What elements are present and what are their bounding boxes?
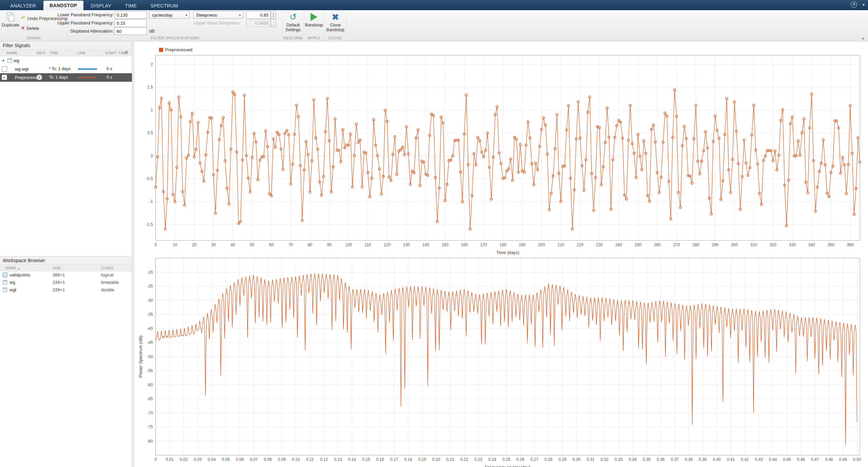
svg-text:320: 320 <box>770 242 776 247</box>
chevron-down-icon: ▾ <box>239 13 241 17</box>
disclosure-triangle-icon[interactable]: ▾ <box>2 56 4 65</box>
time-plot-svg[interactable]: 0102030405060708090100110120130140150160… <box>135 44 868 255</box>
bandstop-apply-button[interactable]: Bandstop <box>304 12 323 27</box>
variable-name: wg <box>9 279 15 286</box>
workspace-row-wgt[interactable]: wgt339×1double <box>0 286 132 294</box>
svg-text:0.07: 0.07 <box>250 457 258 462</box>
signal-row-wg.wgt[interactable]: wg.wgt* Ts: 1 days0 s <box>0 65 132 73</box>
duplicate-icon <box>7 12 14 22</box>
svg-text:0.24: 0.24 <box>488 457 496 462</box>
power-spectrum-ylabel: Power Spectrum (dB) <box>138 335 143 377</box>
toolstrip-tabbar: ANALYZERBANDSTOPDISPLAYTIMESPECTRUM ? ▾ <box>0 0 868 10</box>
svg-text:280: 280 <box>692 242 699 247</box>
svg-text:160: 160 <box>461 242 468 247</box>
steepness-value-input[interactable] <box>246 11 271 19</box>
help-icon[interactable]: ? <box>851 1 857 8</box>
svg-text:340: 340 <box>808 242 815 247</box>
frequency-units-select[interactable]: cycles/day ▾ <box>149 11 190 19</box>
svg-text:2: 2 <box>151 62 153 67</box>
ribbon-collapse-caret[interactable]: ▴ <box>862 36 864 40</box>
svg-text:0.43: 0.43 <box>755 457 763 462</box>
variable-size: 339×1 <box>53 279 65 286</box>
svg-text:360: 360 <box>847 242 854 247</box>
left-panel: Filter Signals ⚙ NAMEINFOTIMELINESTART T… <box>0 41 132 467</box>
tab-display[interactable]: DISPLAY <box>85 1 118 10</box>
svg-text:0.20: 0.20 <box>432 457 440 462</box>
logical-icon: ✓ <box>3 273 7 277</box>
ws-column-class: CLASS <box>101 265 113 271</box>
svg-text:230: 230 <box>596 242 603 247</box>
svg-text:0.13: 0.13 <box>334 457 342 462</box>
workspace-browser: Workspace Browser NAME▲SIZECLASS ✓validp… <box>0 256 132 294</box>
svg-text:100: 100 <box>345 242 352 247</box>
svg-text:0.47: 0.47 <box>811 457 819 462</box>
svg-text:0.44: 0.44 <box>769 457 777 462</box>
svg-text:150: 150 <box>442 242 449 247</box>
signal-checkbox[interactable]: ✓ <box>2 75 7 80</box>
signal-checkbox[interactable] <box>2 66 7 72</box>
chevron-down-icon[interactable]: ▾ <box>863 2 865 7</box>
time-series-xlabel: Time (days) <box>496 250 519 255</box>
tab-spectrum[interactable]: SPECTRUM <box>144 1 184 10</box>
svg-text:110: 110 <box>364 242 371 247</box>
signal-start-time: 0 s <box>106 65 112 73</box>
svg-text:60: 60 <box>269 242 274 247</box>
spin-up-icon: ▲ <box>272 20 275 23</box>
stopband-attenuation-input[interactable] <box>115 27 147 35</box>
spin-down-icon: ▼ <box>272 23 275 26</box>
steepness-mode-select[interactable]: Steepness: ▾ <box>193 11 243 19</box>
signal-name: wg.wgt <box>15 65 28 73</box>
svg-text:0.10: 0.10 <box>292 457 300 462</box>
svg-text:140: 140 <box>422 242 429 247</box>
svg-text:0.23: 0.23 <box>474 457 482 462</box>
svg-text:0.35: 0.35 <box>643 457 651 462</box>
svg-text:0.01: 0.01 <box>166 457 174 462</box>
section-label-close: CLOSE <box>324 36 347 40</box>
panel-splitter[interactable] <box>132 41 135 467</box>
spectrum-plot-svg[interactable]: 00.010.020.030.040.050.060.070.080.090.1… <box>135 255 868 467</box>
variable-size: 366×1 <box>53 271 65 279</box>
svg-text:30: 30 <box>211 242 216 247</box>
svg-text:50: 50 <box>250 242 255 247</box>
svg-text:200: 200 <box>538 242 545 247</box>
variable-name: wgt <box>9 286 16 294</box>
svg-text:250: 250 <box>635 242 642 247</box>
duplicate-button[interactable]: Duplicate <box>1 12 20 27</box>
tab-time[interactable]: TIME <box>119 1 143 10</box>
signal-line-sample <box>78 69 97 70</box>
default-settings-label: Default Settings <box>283 23 303 32</box>
duplicate-label: Duplicate <box>2 23 19 27</box>
svg-text:-75: -75 <box>147 425 153 429</box>
filter-signals-header: ⚙ NAMEINFOTIMELINESTART TIME <box>0 50 132 56</box>
workspace-row-validpoints[interactable]: ✓validpoints366×1logical <box>0 271 132 279</box>
fs-column-info: INFO <box>37 50 46 56</box>
play-icon <box>311 13 317 21</box>
tab-bandstop[interactable]: BANDSTOP <box>43 1 83 10</box>
tab-analyzer[interactable]: ANALYZER <box>4 1 42 10</box>
signal-row-Preprocessed[interactable]: ✓PreprocessediTs: 1 days0 s <box>0 73 132 82</box>
signal-start-time: 0 s <box>106 73 112 82</box>
svg-text:0: 0 <box>155 457 157 462</box>
svg-text:0.50: 0.50 <box>853 457 861 462</box>
steepness-mode-value: Steepness: <box>196 13 218 18</box>
fs-column-time: TIME <box>50 50 59 56</box>
steepness-spinner[interactable]: ▲ ▼ <box>271 11 276 19</box>
power-spectrum-xlabel: Frequency (cycles/day) <box>485 465 530 467</box>
toolstrip-ribbon: Duplicate ↶ Undo Preprocessing ✕ Delete … <box>0 10 868 41</box>
svg-text:0.36: 0.36 <box>657 457 665 462</box>
upper-passband-input[interactable] <box>115 19 147 27</box>
workspace-row-wg[interactable]: wg339×1timetable <box>0 279 132 286</box>
ws-column-size: SIZE <box>53 265 61 271</box>
signal-group-row-wg[interactable]: ▾wg <box>0 56 132 65</box>
delete-button[interactable]: ✕ Delete <box>21 25 39 31</box>
plot-area: 0102030405060708090100110120130140150160… <box>135 41 868 467</box>
close-bandstop-button[interactable]: ✖ Close Bandstop <box>325 12 346 32</box>
svg-text:220: 220 <box>577 242 584 247</box>
svg-text:0.46: 0.46 <box>797 457 805 462</box>
default-settings-button[interactable]: ↺ Default Settings <box>283 12 303 32</box>
svg-text:130: 130 <box>403 242 410 247</box>
info-icon[interactable]: i <box>37 75 42 80</box>
lower-passband-input[interactable] <box>115 11 147 19</box>
svg-text:10: 10 <box>173 242 177 247</box>
tab-strip: ANALYZERBANDSTOPDISPLAYTIMESPECTRUM <box>4 0 185 10</box>
